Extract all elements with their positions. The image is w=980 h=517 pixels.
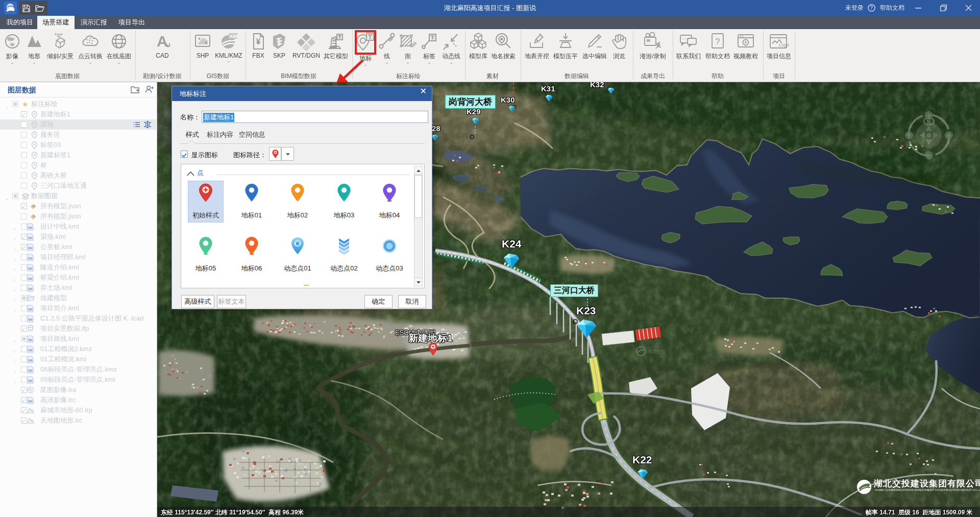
svg-text:N: N [927, 119, 930, 125]
svg-text:?: ? [715, 37, 720, 46]
svg-text:?: ? [870, 5, 873, 11]
svg-text:A: A [157, 33, 168, 50]
svg-text:Logo: Logo [779, 42, 789, 47]
svg-text:湖北交投: 湖北交投 [647, 349, 666, 354]
